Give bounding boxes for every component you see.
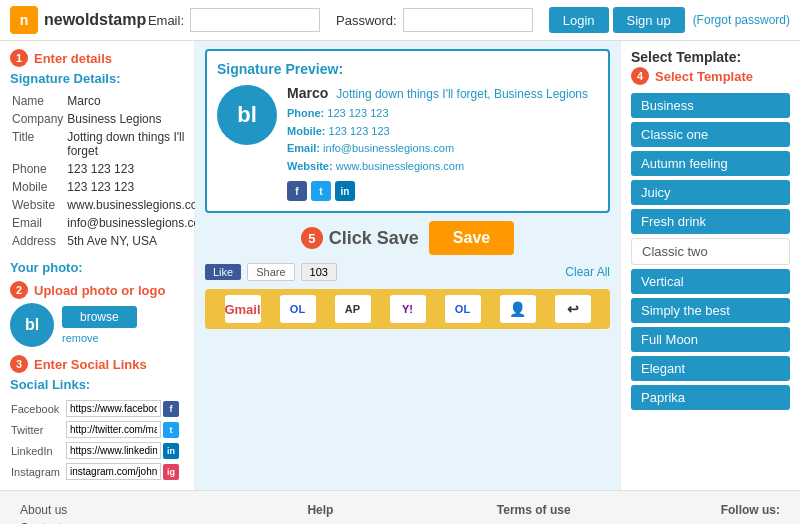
social-fb-label: Facebook (10, 398, 65, 419)
photo-preview: bl (10, 303, 54, 347)
right-panel: Select Template: 4 Select Template Busin… (620, 41, 800, 490)
template-btn-fresh[interactable]: Fresh drink (631, 209, 790, 234)
template-btn-classic-one[interactable]: Classic one (631, 122, 790, 147)
footer-about[interactable]: About us (20, 503, 157, 517)
field-mobile: Mobile123 123 123 (10, 178, 212, 196)
photo-section: Your photo: 2 Upload photo or logo bl br… (10, 260, 184, 347)
field-website-label: Website (10, 196, 65, 214)
like-count: 103 (301, 263, 337, 281)
preview-mobile: Mobile: 123 123 123 (287, 123, 598, 141)
preview-website: Website: www.businesslegions.com (287, 158, 598, 176)
field-title-value: Jotting down things I'll forget (65, 128, 212, 160)
email-label: Email: (148, 13, 184, 28)
social-title: Social Links: (10, 377, 184, 392)
field-title: TitleJotting down things I'll forget (10, 128, 212, 160)
field-email-value: info@businesslegions.com (65, 214, 212, 232)
browse-button[interactable]: browse (62, 306, 137, 328)
field-company-label: Company (10, 110, 65, 128)
outlook-icon[interactable]: OL (280, 295, 316, 323)
field-phone: Phone123 123 123 (10, 160, 212, 178)
field-email: Emailinfo@businesslegions.com (10, 214, 212, 232)
template-btn-elegant[interactable]: Elegant (631, 356, 790, 381)
fb-like-button[interactable]: Like (205, 264, 241, 280)
signup-button[interactable]: Sign up (613, 7, 685, 33)
logo: n newoldstamp (10, 6, 146, 34)
preview-details: Phone: 123 123 123 Mobile: 123 123 123 E… (287, 105, 598, 175)
clear-all-link[interactable]: Clear All (565, 265, 610, 279)
step1-label: 1 Enter details (10, 49, 184, 67)
sig-details-title: Signature Details: (10, 71, 184, 86)
template-btn-juicy[interactable]: Juicy (631, 180, 790, 205)
yahoo-icon[interactable]: Y! (390, 295, 426, 323)
linkedin-icon: in (163, 443, 179, 459)
social-tw-input[interactable] (66, 421, 161, 438)
social-fb-input[interactable] (66, 400, 161, 417)
email-field-group: Email: (148, 8, 320, 32)
step2-text: Upload photo or logo (34, 283, 165, 298)
preview-social: f t in (287, 181, 598, 201)
field-address: Address5th Ave NY, USA (10, 232, 212, 250)
field-mobile-label: Mobile (10, 178, 65, 196)
user-icon[interactable]: 👤 (500, 295, 536, 323)
template-btn-full-moon[interactable]: Full Moon (631, 327, 790, 352)
step4-text: Select Template (655, 69, 753, 84)
apple-icon[interactable]: AP (335, 295, 371, 323)
social-ig-label: Instagram (10, 461, 65, 482)
footer-terms-title: Terms of use (497, 503, 571, 517)
field-company: CompanyBusiness Legions (10, 110, 212, 128)
sig-details-table: NameMarco CompanyBusiness Legions TitleJ… (10, 92, 212, 250)
social-row-linkedin: LinkedIn in (10, 440, 184, 461)
password-input[interactable] (403, 8, 533, 32)
preview-title: Signature Preview: (217, 61, 598, 77)
center-panel: Signature Preview: bl Marco Jotting down… (195, 41, 620, 490)
social-row-twitter: Twitter t (10, 419, 184, 440)
instagram-icon: ig (163, 464, 179, 480)
step1-text: Enter details (34, 51, 112, 66)
step4-circle: 4 (631, 67, 649, 85)
social-ig-input[interactable] (66, 463, 161, 480)
email-input[interactable] (190, 8, 320, 32)
share-button[interactable]: Share (247, 263, 294, 281)
field-mobile-value: 123 123 123 (65, 178, 212, 196)
template-btn-classic-two[interactable]: Classic two (631, 238, 790, 265)
forgot-password-link[interactable]: (Forgot password) (693, 13, 790, 27)
social-section: 3 Enter Social Links Social Links: Faceb… (10, 355, 184, 482)
social-li-input[interactable] (66, 442, 161, 459)
preview-box: Signature Preview: bl Marco Jotting down… (205, 49, 610, 213)
social-li-label: LinkedIn (10, 440, 65, 461)
step3-text: Enter Social Links (34, 357, 147, 372)
field-website: Websitewww.businesslegions.com (10, 196, 212, 214)
field-phone-label: Phone (10, 160, 65, 178)
step2-label: 2 Upload photo or logo (10, 281, 184, 299)
install-bar: Gmail OL AP Y! OL 👤 ↩ (205, 289, 610, 329)
save-button[interactable]: Save (429, 221, 514, 255)
password-field-group: Password: (336, 8, 533, 32)
footer-col3: Terms of use Blog (497, 503, 571, 524)
template-btn-paprika[interactable]: Paprika (631, 385, 790, 410)
like-bar: Like Share 103 Clear All (205, 263, 610, 281)
template-btn-simply[interactable]: Simply the best (631, 298, 790, 323)
click-save-area: 5 Click Save Save (205, 221, 610, 255)
main-content: 1 Enter details Signature Details: NameM… (0, 41, 800, 490)
gmail-icon[interactable]: Gmail (225, 295, 261, 323)
template-btn-vertical[interactable]: Vertical (631, 269, 790, 294)
step3-circle: 3 (10, 355, 28, 373)
step5-circle: 5 (301, 227, 323, 249)
field-address-value: 5th Ave NY, USA (65, 232, 212, 250)
preview-info: Marco Jotting down things I'll forget, B… (287, 85, 598, 201)
field-name-label: Name (10, 92, 65, 110)
login-button[interactable]: Login (549, 7, 609, 33)
footer-help-title: Help (307, 503, 346, 517)
field-email-label: Email (10, 214, 65, 232)
header: n newoldstamp Email: Password: Login Sig… (0, 0, 800, 41)
outlook2-icon[interactable]: OL (445, 295, 481, 323)
footer-follow-title: Follow us: (721, 503, 780, 517)
template-btn-business[interactable]: Business (631, 93, 790, 118)
remove-link[interactable]: remove (62, 332, 99, 344)
social-tw-label: Twitter (10, 419, 65, 440)
password-label: Password: (336, 13, 397, 28)
undo-icon[interactable]: ↩ (555, 295, 591, 323)
field-name-value: Marco (65, 92, 212, 110)
template-btn-autumn[interactable]: Autumn feeling (631, 151, 790, 176)
field-address-label: Address (10, 232, 65, 250)
